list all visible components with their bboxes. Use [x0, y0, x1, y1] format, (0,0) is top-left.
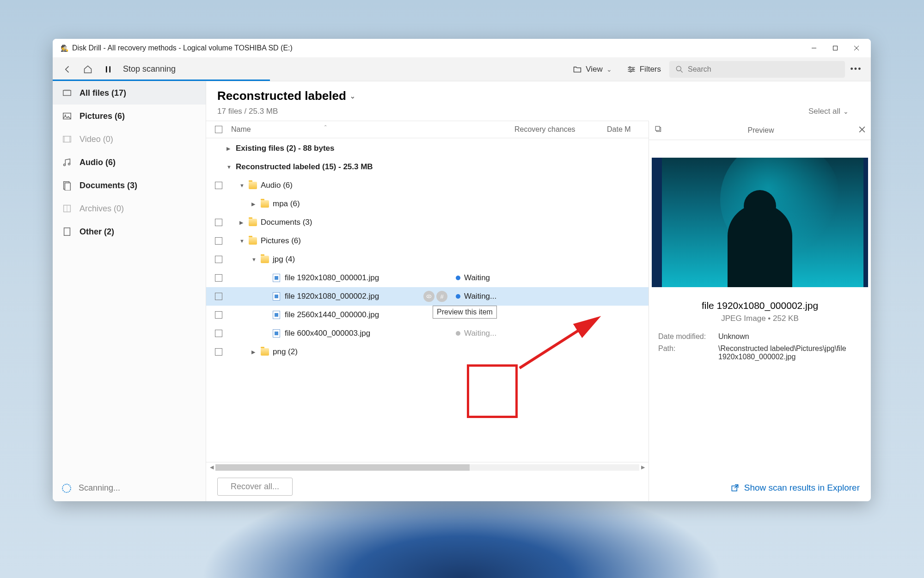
folder-icon	[249, 182, 257, 189]
collapse-icon[interactable]: ▼	[251, 257, 258, 262]
view-dropdown[interactable]: View ⌄	[566, 65, 618, 74]
toolbar: Stop scanning View ⌄ Filters •••	[53, 57, 871, 81]
tree-folder-audio[interactable]: ▼ Audio (6)	[206, 176, 649, 195]
show-in-explorer-link[interactable]: Show scan results in Explorer	[649, 474, 871, 501]
tree-file[interactable]: file 1920x1080_000001.jpg Waiting	[206, 269, 649, 287]
checkbox[interactable]	[215, 348, 222, 356]
column-date[interactable]: Date M	[607, 125, 649, 134]
checkbox[interactable]	[215, 293, 222, 300]
home-button[interactable]	[79, 60, 97, 79]
chevron-down-icon: ⌄	[606, 66, 612, 73]
select-all-checkbox[interactable]	[215, 126, 222, 133]
filters-label: Filters	[640, 65, 661, 74]
sidebar-item-video[interactable]: Video (0)	[53, 128, 206, 151]
sidebar-item-documents[interactable]: Documents (3)	[53, 174, 206, 197]
image-icon	[62, 111, 72, 121]
sidebar-item-label: Other (2)	[80, 227, 114, 237]
back-button[interactable]	[58, 60, 77, 79]
pause-button[interactable]	[99, 60, 117, 79]
preview-tooltip: Preview this item	[433, 306, 497, 319]
tree-folder-pictures[interactable]: ▼ Pictures (6)	[206, 232, 649, 250]
checkbox[interactable]	[215, 330, 222, 337]
main-area: Reconstructed labeled ⌄ 17 files / 25.3 …	[206, 81, 871, 501]
image-file-icon	[273, 274, 280, 282]
sidebar-item-all-files[interactable]: All files (17)	[53, 81, 206, 105]
popout-icon[interactable]	[655, 125, 663, 135]
sidebar-item-other[interactable]: Other (2)	[53, 220, 206, 243]
status-text: Waiting...	[464, 292, 496, 301]
checkbox[interactable]	[215, 256, 222, 263]
tree-group-existing[interactable]: ▶ Existing files (2) - 88 bytes	[206, 139, 649, 158]
stop-scanning-label[interactable]: Stop scanning	[123, 64, 176, 74]
close-button[interactable]	[846, 39, 867, 57]
expand-icon[interactable]: ▶	[251, 349, 258, 355]
select-all-button[interactable]: Select all ⌄	[808, 107, 849, 116]
section-title: Reconstructed labeled	[217, 89, 346, 103]
image-file-icon	[273, 292, 280, 301]
tree-folder-documents[interactable]: ▶ Documents (3)	[206, 213, 649, 232]
column-name[interactable]: Name⌃	[226, 125, 514, 134]
collapse-icon[interactable]: ▼	[226, 164, 233, 170]
scroll-thumb[interactable]	[215, 464, 470, 471]
document-icon	[62, 180, 72, 191]
app-window: 🕵️ Disk Drill - All recovery methods - L…	[53, 39, 871, 501]
view-label: View	[586, 65, 603, 74]
meta-key: Path:	[658, 344, 718, 361]
active-tab-indicator	[53, 80, 270, 81]
svg-point-21	[63, 164, 65, 166]
horizontal-scrollbar[interactable]: ◀ ▶	[206, 462, 649, 472]
preview-filename: file 1920x1080_000002.jpg	[658, 300, 862, 311]
search-input[interactable]	[688, 65, 839, 74]
tree-group-reconstructed[interactable]: ▼ Reconstructed labeled (15) - 25.3 MB	[206, 158, 649, 176]
status-dot-icon	[456, 276, 460, 280]
close-preview-button[interactable]	[859, 126, 865, 135]
checkbox[interactable]	[215, 219, 222, 226]
annotation-arrow	[518, 314, 601, 370]
checkbox[interactable]	[215, 182, 222, 189]
music-icon	[62, 157, 72, 167]
expand-icon[interactable]: ▶	[251, 201, 258, 207]
recover-all-button[interactable]: Recover all...	[217, 478, 293, 496]
tree-folder-mpa[interactable]: ▶ mpa (6)	[206, 195, 649, 213]
meta-key: Date modified:	[658, 332, 718, 341]
sidebar-item-audio[interactable]: Audio (6)	[53, 151, 206, 174]
status-text: Waiting...	[464, 329, 496, 338]
scanning-status: Scanning...	[53, 475, 206, 501]
sidebar: All files (17) Pictures (6) Video (0) Au…	[53, 81, 206, 501]
select-all-label: Select all	[808, 107, 840, 116]
folder-icon	[261, 200, 269, 208]
preview-panel: Preview file 1920x1080_000002.jpg JPEG I…	[649, 121, 871, 501]
svg-rect-15	[64, 90, 70, 91]
checkbox[interactable]	[215, 237, 222, 245]
tree-folder-jpg[interactable]: ▼ jpg (4)	[206, 250, 649, 269]
column-recovery[interactable]: Recovery chances	[514, 125, 607, 134]
collapse-icon[interactable]: ▼	[239, 183, 246, 188]
collapse-icon[interactable]: ▼	[239, 238, 246, 244]
preview-eye-icon[interactable]	[423, 291, 434, 302]
section-title-dropdown[interactable]: Reconstructed labeled ⌄	[217, 89, 355, 103]
checkbox[interactable]	[215, 274, 222, 282]
sidebar-item-archives[interactable]: Archives (0)	[53, 197, 206, 220]
svg-point-11	[630, 70, 631, 72]
scroll-left-icon[interactable]: ◀	[208, 464, 215, 470]
filters-button[interactable]: Filters	[620, 65, 667, 74]
maximize-button[interactable]	[825, 39, 846, 57]
scroll-right-icon[interactable]: ▶	[639, 464, 647, 470]
search-box[interactable]	[669, 61, 845, 78]
chevron-down-icon: ⌄	[350, 92, 355, 100]
expand-icon[interactable]: ▶	[239, 220, 246, 226]
svg-rect-24	[65, 183, 70, 191]
titlebar: 🕵️ Disk Drill - All recovery methods - L…	[53, 39, 871, 57]
hex-view-icon[interactable]: #	[436, 291, 447, 302]
more-button[interactable]: •••	[847, 64, 865, 74]
file-icon	[62, 227, 72, 237]
expand-icon[interactable]: ▶	[226, 146, 233, 152]
folder-icon	[249, 237, 257, 245]
minimize-button[interactable]	[803, 39, 825, 57]
tree-file-selected[interactable]: file 1920x1080_000002.jpg # Waiting...	[206, 287, 649, 306]
search-icon	[675, 65, 684, 74]
sidebar-item-pictures[interactable]: Pictures (6)	[53, 105, 206, 128]
folder-icon	[573, 65, 582, 74]
checkbox[interactable]	[215, 311, 222, 319]
svg-rect-19	[63, 136, 65, 142]
